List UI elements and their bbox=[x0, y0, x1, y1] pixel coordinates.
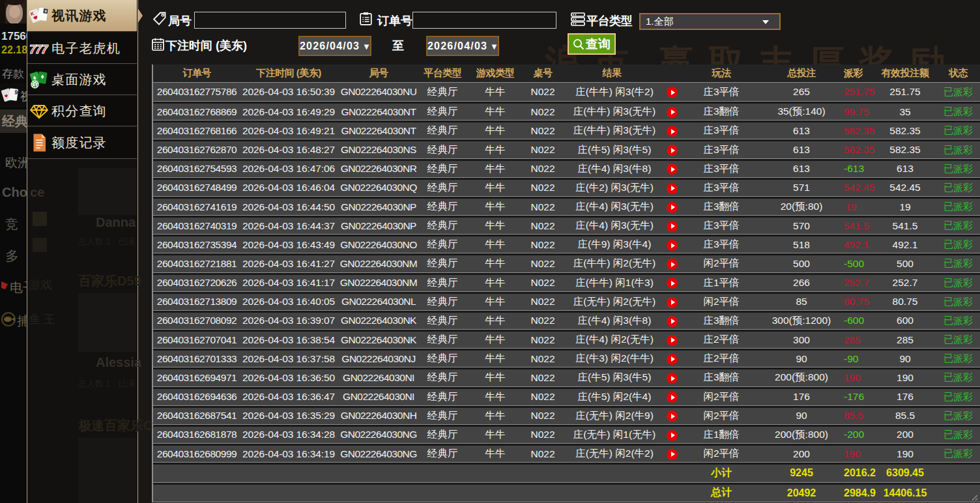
svg-text:777: 777 bbox=[29, 42, 49, 55]
svg-text:1: 1 bbox=[34, 81, 36, 87]
svg-text:9: 9 bbox=[14, 89, 18, 96]
